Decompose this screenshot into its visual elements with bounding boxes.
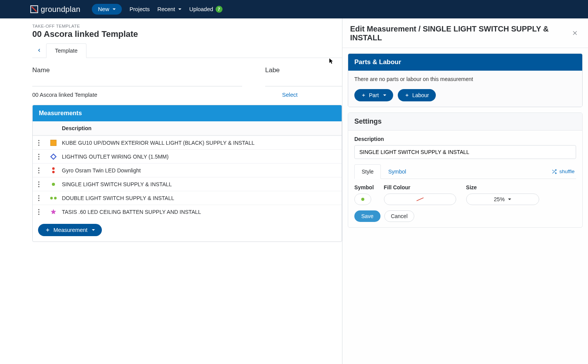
row-description: KUBE GU10 UP/DOWN EXTERIOR WALL LIGHT (B… [62, 140, 342, 146]
fill-colour-select[interactable] [384, 194, 456, 205]
table-row[interactable]: Gyro Osram Twin LED Downlight [33, 163, 342, 177]
table-row[interactable]: SINGLE LIGHT SWITCH SUPPLY & INSTALL [33, 177, 342, 191]
fill-colour-label: Fill Colour [384, 184, 456, 190]
row-icon [45, 139, 62, 147]
svg-point-15 [38, 195, 39, 196]
chevron-left-icon [37, 48, 42, 53]
shuffle-button[interactable]: shuffle [551, 169, 576, 174]
page-title: 00 Ascora linked Template [32, 29, 342, 39]
parts-empty-message: There are no parts or labour on this mea… [354, 76, 576, 82]
uploaded-count-badge: 7 [216, 6, 223, 13]
measurements-heading: Measurements [33, 105, 342, 121]
tab-style[interactable]: Style [354, 164, 381, 179]
row-icon [45, 167, 62, 174]
add-part-label: Part [369, 92, 379, 98]
add-measurement-button[interactable]: Measurement [38, 224, 102, 236]
svg-line-34 [417, 198, 424, 201]
panel-title: Edit Measurement / SINGLE LIGHT SWITCH S… [350, 25, 570, 42]
more-vertical-icon [38, 167, 40, 174]
row-menu-button[interactable] [33, 195, 45, 201]
add-measurement-label: Measurement [53, 227, 88, 233]
svg-point-16 [38, 197, 39, 199]
tab-symbol[interactable]: Symbol [381, 164, 414, 179]
nav-projects[interactable]: Projects [130, 6, 149, 12]
name-label: Name [32, 66, 242, 74]
svg-point-2 [38, 142, 39, 143]
svg-point-22 [38, 213, 39, 215]
row-menu-button[interactable] [33, 154, 45, 160]
svg-point-1 [38, 140, 39, 141]
plus-icon [45, 227, 50, 233]
svg-point-6 [38, 158, 39, 159]
dot-green-icon [361, 198, 364, 201]
description-label: Description [354, 136, 576, 142]
row-description: SINGLE LIGHT SWITCH SUPPLY & INSTALL [62, 181, 342, 187]
parts-labour-heading: Parts & Labour [348, 54, 582, 71]
more-vertical-icon [38, 181, 40, 187]
row-menu-button[interactable] [33, 140, 45, 146]
row-description: DOUBLE LIGHT SWITCH SUPPLY & INSTALL [62, 195, 342, 201]
svg-point-9 [38, 172, 39, 173]
cancel-button[interactable]: Cancel [384, 210, 414, 222]
svg-line-33 [553, 170, 554, 171]
table-row[interactable]: LIGHTING OUTLET WIRING ONLY (1.5MM) [33, 149, 342, 163]
svg-point-18 [50, 197, 53, 199]
brand-text: groundplan [41, 5, 80, 14]
table-row[interactable]: KUBE GU10 UP/DOWN EXTERIOR WALL LIGHT (B… [33, 136, 342, 149]
add-labour-label: Labour [412, 92, 429, 98]
nav-uploaded[interactable]: Uploaded 7 [189, 6, 222, 13]
svg-point-21 [38, 211, 39, 212]
svg-point-7 [38, 167, 39, 169]
more-vertical-icon [38, 209, 40, 215]
row-description: TASIS .60 LED CEILING BATTEN SUPPLY AND … [62, 209, 342, 215]
svg-point-19 [54, 197, 57, 199]
row-menu-button[interactable] [33, 209, 45, 215]
slash-icon [415, 197, 425, 202]
column-description: Description [62, 125, 342, 131]
nav-uploaded-label: Uploaded [189, 6, 213, 12]
close-icon [572, 30, 578, 36]
save-button[interactable]: Save [354, 210, 380, 222]
svg-point-5 [38, 156, 39, 157]
description-input[interactable] [354, 145, 576, 159]
label-select-link[interactable]: Select [282, 92, 297, 98]
back-button[interactable] [32, 43, 46, 58]
svg-point-13 [38, 184, 39, 185]
add-part-button[interactable]: Part [354, 89, 393, 101]
row-menu-button[interactable] [33, 181, 45, 187]
plus-icon [361, 93, 366, 98]
size-select[interactable]: 25% [466, 194, 539, 205]
svg-point-11 [52, 170, 55, 173]
svg-point-17 [38, 200, 39, 201]
close-button[interactable] [570, 28, 580, 40]
row-icon [45, 153, 62, 160]
breadcrumb: TAKE-OFF TEMPLATE [32, 24, 342, 28]
nav-recent[interactable]: Recent [158, 6, 182, 12]
row-description: LIGHTING OUTLET WIRING ONLY (1.5MM) [62, 154, 342, 160]
size-label: Size [466, 184, 539, 190]
shuffle-label: shuffle [559, 169, 575, 174]
add-labour-button[interactable]: Labour [398, 89, 436, 101]
tab-template[interactable]: Template [46, 43, 86, 58]
svg-point-8 [38, 170, 39, 171]
row-menu-button[interactable] [33, 167, 45, 174]
row-description: Gyro Osram Twin LED Downlight [62, 167, 342, 174]
row-icon [45, 196, 62, 200]
table-row[interactable]: DOUBLE LIGHT SWITCH SUPPLY & INSTALL [33, 191, 342, 205]
row-icon [45, 183, 62, 186]
label-label: Labe [265, 66, 342, 74]
new-button[interactable]: New [92, 4, 122, 15]
more-vertical-icon [38, 140, 40, 146]
more-vertical-icon [38, 195, 40, 201]
name-value: 00 Ascora linked Template [32, 92, 97, 98]
logo[interactable]: groundplan [30, 5, 80, 14]
svg-point-10 [52, 167, 55, 169]
shuffle-icon [551, 169, 557, 174]
svg-point-20 [38, 209, 39, 210]
svg-point-12 [38, 181, 39, 182]
svg-point-3 [38, 144, 39, 146]
plus-icon [405, 93, 409, 98]
symbol-select[interactable] [354, 194, 371, 205]
table-row[interactable]: TASIS .60 LED CEILING BATTEN SUPPLY AND … [33, 205, 342, 218]
row-icon [45, 208, 62, 215]
